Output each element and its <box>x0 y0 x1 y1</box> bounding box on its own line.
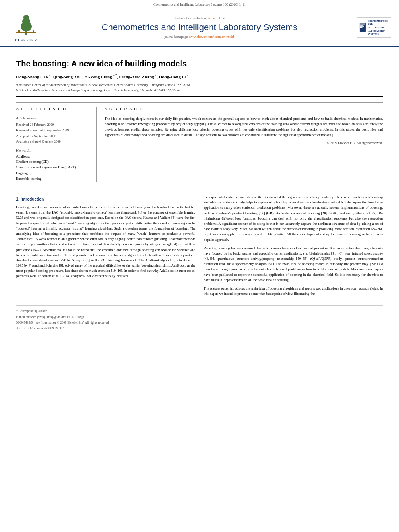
article-info-label: A R T I C L E I N F O <box>16 107 90 113</box>
intro-para3: Recently, boosting has also aroused chem… <box>204 246 383 283</box>
abstract-column: A B S T R A C T The idea of boosting dee… <box>105 107 383 182</box>
sciencedirect-line: Contents lists available at ScienceDirec… <box>44 16 355 21</box>
svg-rect-5 <box>18 30 20 33</box>
history-label: Article history: <box>16 116 90 121</box>
footer-corresponding: * Corresponding author. <box>16 309 383 313</box>
right-logo-line1: CHEMOMETRICS <box>368 19 389 23</box>
journal-header: ELSEVIER Contents lists available at Sci… <box>0 9 399 47</box>
intro-para2: the exponential criterion, and showed th… <box>204 195 383 242</box>
keyword-ensemble: Ensemble learning <box>16 177 90 181</box>
author-zhang: Liang-Xiao Zhang <box>119 74 154 79</box>
sciencedirect-link[interactable]: ScienceDirect <box>208 16 226 20</box>
author-xu-sup: b <box>81 74 82 77</box>
body-col-left: 1. Introduction Boosting, based on an en… <box>16 195 195 300</box>
author-li: Hong-Dong Li <box>159 74 186 79</box>
elsevier-tree-icon <box>14 12 38 37</box>
author-xu: Qing-Song Xu <box>53 74 80 79</box>
svg-rect-8 <box>360 24 365 25</box>
keyword-cart: Classification and Regression Tree (CART… <box>16 165 90 170</box>
affiliation-a: a Research Center of Modernization of Tr… <box>16 82 383 88</box>
journal-icon <box>359 22 366 33</box>
journal-homepage: journal homepage: www.elsevier.com/locat… <box>44 35 355 39</box>
footer-doi: doi:10.1016/j.chemolab.2009.09.002 <box>16 326 383 331</box>
footer-email: E-mail address: yizeng_liang@263.net (Y.… <box>16 315 383 319</box>
svg-rect-10 <box>360 27 364 27</box>
article-title-section: The boosting: A new idea of building mod… <box>16 51 383 97</box>
page-container: Chemometrics and Intelligent Laboratory … <box>0 0 399 340</box>
abstract-label: A B S T R A C T <box>105 107 383 113</box>
svg-rect-6 <box>33 30 34 33</box>
copyright-line: © 2009 Elsevier B.V. All rights reserved… <box>105 141 383 146</box>
right-logo-line3: LABORATORY <box>368 29 389 33</box>
homepage-label: journal homepage: <box>164 35 188 39</box>
intro-para1: Boosting, based on an ensemble of indivi… <box>16 205 195 279</box>
affiliation-b: b School of Mathematical Sciences and Co… <box>16 88 383 93</box>
abstract-text: The idea of boosting deeply roots in our… <box>105 116 383 138</box>
author-liang: Yi-Zeng Liang <box>84 74 112 79</box>
homepage-url[interactable]: www.elsevier.com/locate/chemolab <box>189 35 235 39</box>
article-info-column: A R T I C L E I N F O Article history: R… <box>16 107 97 182</box>
journal-logo-box: CHEMOMETRICS AND INTELLIGENT LABORATORY … <box>357 17 391 38</box>
svg-rect-9 <box>360 25 364 26</box>
author-li-sup: a <box>187 74 189 77</box>
received-date: Received 24 February 2009 <box>16 123 90 127</box>
journal-title-section: Contents lists available at ScienceDirec… <box>44 16 355 39</box>
keywords-label: Keywords: <box>16 148 90 153</box>
svg-rect-11 <box>360 27 363 28</box>
elsevier-text: ELSEVIER <box>15 38 37 43</box>
author-cao: Dong-Sheng Cao <box>16 74 48 79</box>
info-abstract-section: A R T I C L E I N F O Article history: R… <box>16 102 383 182</box>
svg-point-3 <box>23 15 29 20</box>
journal-citation-line: Chemometrics and Intelligent Laboratory … <box>0 0 399 9</box>
journal-title: Chemometrics and Intelligent Laboratory … <box>44 22 355 33</box>
keywords-section: Keywords: AdaBoost Gradient boosting (GB… <box>16 148 90 181</box>
elsevier-logo-section: ELSEVIER <box>8 12 44 43</box>
elsevier-logo: ELSEVIER <box>14 12 38 43</box>
footer-section: * Corresponding author. E-mail address: … <box>16 305 383 331</box>
contents-available-text: Contents lists available at <box>174 16 207 20</box>
available-date: Available online 6 October 2009 <box>16 140 90 144</box>
intro-para4: The present paper introduces the main id… <box>204 286 383 296</box>
author-liang-sup: a,* <box>113 74 117 77</box>
article-authors: Dong-Sheng Cao a, Qing-Song Xu b, Yi-Zen… <box>16 73 383 80</box>
journal-citation-text: Chemometrics and Intelligent Laboratory … <box>153 2 246 6</box>
right-logo-line4: SYSTEMS <box>368 33 389 36</box>
author-cao-sup: a <box>49 74 51 77</box>
article-title: The boosting: A new idea of building mod… <box>16 58 383 69</box>
main-content: The boosting: A new idea of building mod… <box>0 47 399 340</box>
footer-email-text: E-mail address: yizeng_liang@263.net (Y.… <box>16 315 85 319</box>
footer-issn: 0169-7439/$ – see front matter © 2009 El… <box>16 320 383 325</box>
keyword-gb: Gradient boosting (GB) <box>16 160 90 164</box>
intro-heading: 1. Introduction <box>16 196 195 202</box>
accepted-date: Accepted 17 September 2009 <box>16 134 90 139</box>
author-zhang-sup: a <box>155 74 157 77</box>
body-col-right: the exponential criterion, and showed th… <box>204 195 383 300</box>
received-revised-date: Received in revised 3 September 2009 <box>16 128 90 133</box>
keyword-bagging: Bagging <box>16 171 90 176</box>
affiliations: a Research Center of Modernization of Tr… <box>16 82 383 93</box>
right-logo-section: CHEMOMETRICS AND INTELLIGENT LABORATORY … <box>355 17 391 38</box>
body-section: 1. Introduction Boosting, based on an en… <box>16 189 383 300</box>
keyword-adaboost: AdaBoost <box>16 154 90 159</box>
right-logo-line2: AND INTELLIGENT <box>368 23 389 29</box>
